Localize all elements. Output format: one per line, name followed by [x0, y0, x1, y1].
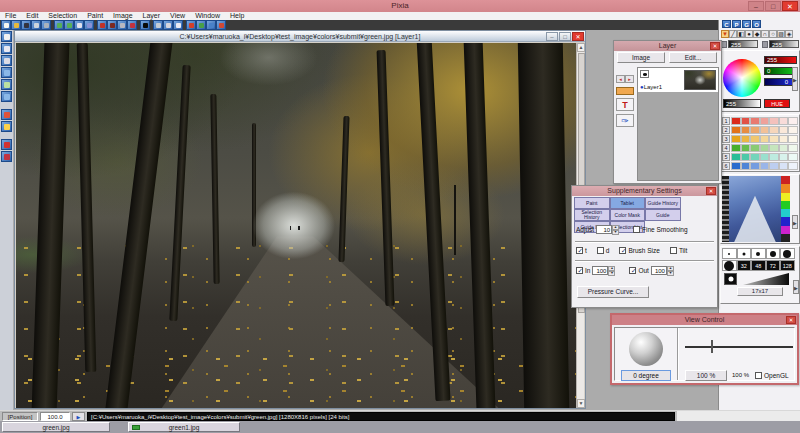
palette-swatch[interactable]	[769, 117, 779, 125]
toolbar-red-ball-icon[interactable]	[186, 20, 196, 30]
palette-swatch[interactable]	[779, 153, 789, 161]
palette-swatch[interactable]	[741, 162, 751, 170]
view-control-titlebar[interactable]: View Control ✕	[612, 315, 797, 325]
toolbar-panel-toggle-icon[interactable]	[153, 20, 163, 30]
menu-image[interactable]: Image	[108, 12, 137, 20]
toolbar-airbrush-icon[interactable]	[127, 20, 137, 30]
menu-edit[interactable]: Edit	[21, 12, 43, 20]
palette-row-button-1[interactable]: 1	[722, 117, 730, 125]
layer-panel-close-icon[interactable]: ✕	[710, 42, 720, 50]
palette-swatch[interactable]	[750, 153, 760, 161]
navigator-arrow[interactable]: ▶	[792, 215, 798, 229]
density-field-2[interactable]: 255	[762, 40, 799, 48]
zoom-slider[interactable]	[685, 346, 793, 348]
brush-size-checkbox[interactable]: Brush Size	[619, 247, 659, 254]
scroll-up-arrow[interactable]: ▲	[577, 43, 585, 52]
palette-swatch[interactable]	[779, 162, 789, 170]
canvas-close-button[interactable]: ✕	[572, 32, 584, 41]
toolbar-capture-icon[interactable]	[21, 20, 31, 30]
red-slider[interactable]: 255	[764, 56, 797, 64]
brush-size-button[interactable]	[722, 260, 737, 271]
palette-swatch[interactable]	[769, 153, 779, 161]
rect-tool-icon[interactable]	[1, 91, 12, 102]
fill-tool-icon[interactable]	[1, 79, 12, 90]
current-color-swatch[interactable]: HUE	[764, 99, 790, 108]
toolbar-undo-icon[interactable]	[54, 20, 64, 30]
palette-swatch[interactable]	[741, 144, 751, 152]
palette-swatch[interactable]	[769, 162, 779, 170]
brush-size-button-48[interactable]: 48	[751, 260, 766, 271]
tab-guide-history[interactable]: Guide History	[645, 197, 681, 209]
view-control-close-icon[interactable]: ✕	[786, 316, 796, 324]
palette-swatch[interactable]	[760, 144, 770, 152]
palette-swatch[interactable]	[731, 144, 741, 152]
out-spin-arrows[interactable]: ▲▼	[667, 266, 674, 275]
mode-button-c[interactable]: C	[722, 20, 731, 28]
palette-swatch[interactable]	[760, 117, 770, 125]
menu-help[interactable]: Help	[225, 12, 249, 20]
navigator-thumbnail[interactable]	[729, 176, 781, 242]
layer-color-swatch[interactable]	[616, 87, 634, 95]
menu-view[interactable]: View	[165, 12, 190, 20]
soft-brush-button[interactable]	[724, 273, 737, 285]
spin-down-icon[interactable]: ▼	[667, 271, 674, 276]
menu-selection[interactable]: Selection	[43, 12, 82, 20]
brush-size-button-72[interactable]: 72	[766, 260, 781, 271]
mask-tool-icon[interactable]: ◧	[737, 30, 745, 38]
layer-down-button[interactable]: ▸	[625, 75, 634, 83]
canvas-minimize-button[interactable]: –	[546, 32, 558, 41]
palette-swatch[interactable]	[779, 135, 789, 143]
canvas-image[interactable]	[16, 43, 577, 408]
palette-swatch[interactable]	[788, 162, 798, 170]
toolbar-sphere-icon[interactable]	[117, 20, 127, 30]
toolbar-save-floppy-icon[interactable]	[84, 20, 94, 30]
minimize-button[interactable]: –	[748, 1, 764, 11]
out-spinner[interactable]: 100 ▲▼	[651, 266, 674, 275]
layer-edit-button[interactable]: Edit...	[669, 52, 717, 63]
toolbar-blue-ball-icon[interactable]	[206, 20, 216, 30]
text-tool-button[interactable]: T	[616, 98, 634, 111]
layer-list-item[interactable]: ●Layer1	[638, 68, 718, 92]
palette-swatch[interactable]	[779, 144, 789, 152]
dot-tool-icon[interactable]: ●	[745, 30, 753, 38]
palette-swatch[interactable]	[731, 162, 741, 170]
toolbar-layer-tool-icon[interactable]	[163, 20, 173, 30]
stamp-tool-button[interactable]: ✑	[616, 114, 634, 127]
canvas-titlebar[interactable]: C:¥Users¥maruoka_i¥Desktop¥test_image¥co…	[15, 31, 585, 42]
page-tool-icon[interactable]	[1, 31, 12, 42]
palette-tool-icon[interactable]	[1, 121, 12, 132]
toolbar-scanner-icon[interactable]	[41, 20, 51, 30]
pen2-tool-icon[interactable]	[1, 55, 12, 66]
select-tool-icon[interactable]	[1, 67, 12, 78]
toolbar-orange-ball-icon[interactable]	[216, 20, 226, 30]
zoom-button[interactable]: 100 %	[685, 370, 727, 381]
palette-swatch[interactable]	[779, 117, 789, 125]
in-spinner[interactable]: 100 ▲▼	[592, 266, 615, 275]
pen-tool-icon[interactable]	[1, 43, 12, 54]
palette-swatch[interactable]	[731, 126, 741, 134]
brush-size-button[interactable]	[751, 248, 766, 259]
palette-swatch[interactable]	[769, 126, 779, 134]
pin-tool-icon[interactable]	[1, 139, 12, 150]
scroll-down-arrow[interactable]: ▼	[577, 399, 585, 408]
palette-swatch[interactable]	[769, 135, 779, 143]
d-checkbox[interactable]: d	[597, 247, 610, 254]
palette-row-button-2[interactable]: 2	[722, 126, 730, 134]
spin-down-icon[interactable]: ▼	[608, 271, 615, 276]
close-button[interactable]: ✕	[782, 1, 798, 11]
supplementary-titlebar[interactable]: Supplementary Settings ✕	[572, 186, 717, 196]
toolbar-monitor-icon[interactable]	[31, 20, 41, 30]
brush-grid-button[interactable]: 17x17	[737, 287, 783, 296]
opacity-wedge[interactable]	[743, 273, 789, 285]
zoom-value-field[interactable]: 100.0	[40, 412, 70, 421]
toolbar-redo-icon[interactable]	[64, 20, 74, 30]
pen-tool-icon[interactable]: ╱	[729, 30, 737, 38]
fine-smoothing-checkbox[interactable]: Fine Smoothing	[633, 226, 688, 233]
palette-swatch[interactable]	[741, 126, 751, 134]
tilt-checkbox[interactable]: Tilt	[670, 247, 687, 254]
tab-guide[interactable]: Guide	[645, 209, 681, 221]
palette-swatch[interactable]	[779, 126, 789, 134]
palette-swatch[interactable]	[788, 117, 798, 125]
mode-button-o[interactable]: O	[752, 20, 761, 28]
palette-swatch[interactable]	[788, 126, 798, 134]
